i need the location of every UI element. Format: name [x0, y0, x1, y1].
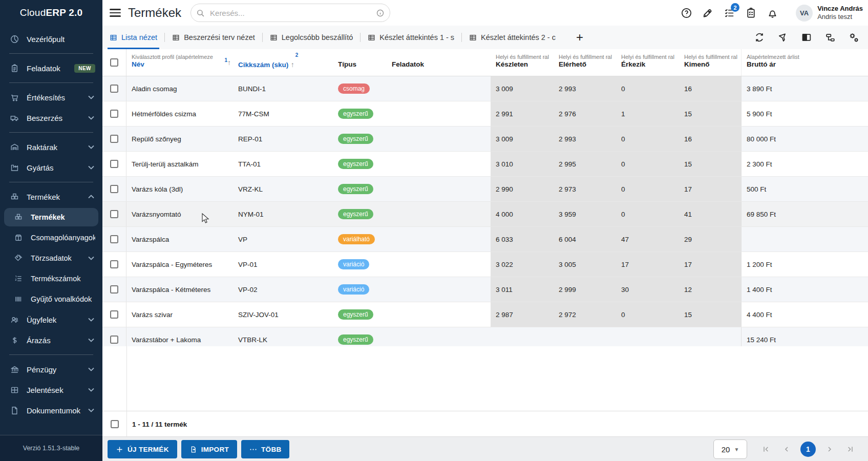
- tab-cheapest-supplier[interactable]: Legolcsóbb beszállító: [263, 26, 360, 49]
- results-summary: 1 - 11 / 11 termék: [132, 421, 187, 428]
- tab-stock-overview-1[interactable]: Készlet áttekintés 1 - s: [361, 26, 461, 49]
- sidebar-item-documents[interactable]: Dokumentumok: [0, 400, 102, 421]
- import-button[interactable]: IMPORT: [181, 440, 237, 458]
- table-row[interactable]: Varázs szivar SZIV-JOV-01 egyszerű 2 987…: [102, 302, 868, 327]
- column-header-sku[interactable]: Cikkszám (sku) ↑ 2: [233, 49, 338, 76]
- tasks-cell: [392, 227, 491, 252]
- sidebar-item-customers[interactable]: Ügyfelek: [0, 309, 102, 330]
- row-checkbox[interactable]: [110, 285, 118, 294]
- column-header-outgoing[interactable]: Helyi és fulfillment ral Kimenő: [679, 49, 741, 76]
- column-header-gross-price[interactable]: Alapértelmezett árlist Bruttó ár: [741, 49, 868, 76]
- select-all-checkbox[interactable]: [110, 58, 118, 67]
- sidebar-item-purchasing[interactable]: Beszerzés: [0, 108, 102, 128]
- sort-asc-icon: ↑: [291, 60, 294, 69]
- tab-stock-overview-2[interactable]: Készlet áttekintés 2 - c: [462, 26, 563, 49]
- user-menu[interactable]: VA Vincze András Andris teszt: [796, 5, 863, 22]
- chevron-down-icon: [88, 145, 95, 149]
- sidebar-item-products[interactable]: Termékek: [4, 208, 98, 226]
- column-header-name[interactable]: Kiválasztott profil (alapértelmeze Név 1…: [126, 49, 233, 76]
- filter-button[interactable]: [777, 31, 789, 44]
- row-checkbox[interactable]: [110, 135, 118, 143]
- sidebar-item-packaging[interactable]: Csomagolóanyagok: [0, 227, 102, 248]
- sidebar-item-product-numbers[interactable]: Termékszámok: [0, 268, 102, 289]
- sidebar-item-reports[interactable]: Jelentések: [0, 380, 102, 400]
- sidebar-item-products-group[interactable]: Termékek: [0, 186, 102, 207]
- table-row[interactable]: Hétmérföldes csizma 77M-CSM egyszerű 2 9…: [102, 101, 868, 127]
- divider: [9, 82, 93, 83]
- previous-page-button[interactable]: [780, 443, 793, 456]
- bell-button[interactable]: [766, 7, 778, 19]
- sidebar-item-barcodes[interactable]: Gyűjtő vonalkódok: [0, 289, 102, 309]
- table-row[interactable]: Varázspálca VP variálható 6 033 6 004 47…: [102, 227, 868, 252]
- product-name: Varázspálca - Egyméteres: [126, 252, 233, 277]
- sidebar-item-manufacturing[interactable]: Gyártás: [0, 157, 102, 178]
- user-name-block: Vincze András Andris teszt: [817, 5, 863, 22]
- table-row[interactable]: Terülj-terülj asztalkám TTA-01 egyszerű …: [102, 152, 868, 177]
- first-page-button[interactable]: [759, 443, 773, 456]
- table-row[interactable]: Varázsnyomtató NYM-01 egyszerű 4 000 3 9…: [102, 202, 868, 227]
- row-checkbox[interactable]: [110, 85, 118, 93]
- plus-icon: [116, 446, 123, 453]
- product-name: Varázsnyomtató: [126, 202, 233, 226]
- footer-checkbox[interactable]: [111, 420, 119, 428]
- sidebar-item-sales[interactable]: Értékesítés: [0, 87, 102, 108]
- chevron-down-icon: [88, 95, 95, 99]
- row-checkbox[interactable]: [110, 336, 118, 344]
- qty-incoming: 0: [616, 177, 679, 201]
- table-row[interactable]: Varázspálca - Kétméteres VP-02 variáció …: [102, 277, 868, 302]
- menu-toggle-button[interactable]: [110, 9, 121, 17]
- column-header-type[interactable]: Típus: [338, 49, 392, 76]
- add-view-button[interactable]: +: [576, 31, 583, 44]
- type-badge: egyszerű: [338, 134, 373, 144]
- settings-button[interactable]: [848, 31, 860, 44]
- table-toolbar: [753, 31, 860, 44]
- page-size-select[interactable]: 20 ▼: [713, 439, 747, 459]
- tab-list-view[interactable]: Lista nézet: [102, 26, 164, 49]
- search-info-icon[interactable]: [376, 9, 385, 17]
- search-input[interactable]: [209, 8, 376, 18]
- column-header-incoming[interactable]: Helyi és fulfillment ral Érkezik: [616, 49, 679, 76]
- last-page-button[interactable]: [843, 443, 857, 456]
- row-checkbox[interactable]: [110, 110, 118, 118]
- more-button[interactable]: TÖBB: [241, 440, 289, 458]
- table-row[interactable]: Varázspálca - Egyméteres VP-01 variáció …: [102, 252, 868, 277]
- help-button[interactable]: [680, 7, 692, 19]
- sidebar-item-master-data[interactable]: Törzsadatok: [0, 248, 102, 268]
- products-icon: [9, 192, 19, 202]
- column-header-tasks[interactable]: Feladatok: [392, 49, 491, 76]
- checklist-button[interactable]: 2: [723, 7, 735, 19]
- table-row[interactable]: Varázs kóla (3dl) VRZ-KL egyszerű 2 990 …: [102, 177, 868, 202]
- table-empty-space: [102, 346, 868, 411]
- table-row[interactable]: Aladin csomag BUNDI-1 csomag 3 009 2 993…: [102, 76, 868, 101]
- column-header-available[interactable]: Helyi és fulfillment ral Elérhető: [554, 49, 616, 76]
- row-checkbox[interactable]: [110, 260, 118, 268]
- sidebar-item-pricing[interactable]: Árazás: [0, 330, 102, 350]
- clipboard-check-button[interactable]: [745, 7, 757, 19]
- next-page-button[interactable]: [823, 443, 836, 456]
- row-checkbox[interactable]: [110, 210, 118, 218]
- tab-purchase-plan-view[interactable]: Beszerzési terv nézet: [165, 26, 262, 49]
- gross-price: 4 400 Ft: [741, 302, 868, 327]
- current-page-button[interactable]: 1: [800, 442, 816, 457]
- tasks-cell: [392, 302, 491, 327]
- sidebar-item-finance[interactable]: Pénzügy: [0, 359, 102, 380]
- sidebar-item-warehouses[interactable]: Raktárak: [0, 137, 102, 157]
- sidebar-item-dashboard[interactable]: Vezérlőpult: [0, 29, 102, 49]
- column-header-in-stock[interactable]: Helyi és fulfillment ral Készleten: [491, 49, 554, 76]
- qty-available: 3 005: [554, 252, 616, 277]
- sidebar-item-tasks[interactable]: Feladatok NEW: [0, 58, 102, 78]
- qty-available: 2 995: [554, 152, 616, 176]
- table-row[interactable]: Repülő szőnyeg REP-01 egyszerű 3 009 2 9…: [102, 127, 868, 152]
- refresh-button[interactable]: [753, 31, 766, 44]
- grouping-button[interactable]: [824, 31, 836, 44]
- row-checkbox[interactable]: [110, 160, 118, 168]
- row-checkbox[interactable]: [110, 235, 118, 243]
- products-icon: [13, 212, 24, 222]
- gross-price: 3 890 Ft: [741, 76, 868, 101]
- qty-outgoing: 17: [679, 252, 741, 277]
- row-checkbox[interactable]: [110, 310, 118, 319]
- new-product-button[interactable]: ÚJ TERMÉK: [108, 440, 177, 458]
- row-checkbox[interactable]: [110, 185, 118, 193]
- rocket-button[interactable]: [702, 7, 714, 19]
- columns-button[interactable]: [800, 31, 813, 44]
